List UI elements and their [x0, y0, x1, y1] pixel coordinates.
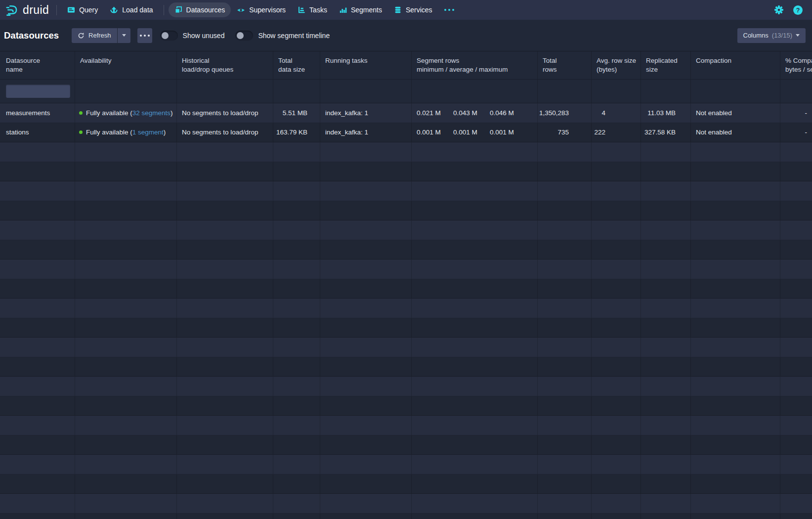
table-cell-empty: [0, 162, 75, 181]
table-cell-empty: [780, 396, 812, 416]
table-cell-empty: [320, 455, 412, 474]
compaction-cell: Not enabled: [691, 123, 780, 142]
table-cell-empty: [538, 318, 592, 338]
table-cell-empty: [177, 357, 273, 377]
table-cell-empty: [780, 475, 812, 494]
refresh-dropdown-button[interactable]: [118, 28, 130, 43]
column-header-availability[interactable]: Availability: [75, 51, 177, 79]
column-header-total-rows[interactable]: Totalrows: [538, 51, 592, 79]
table-cell-empty: [75, 396, 177, 416]
table-cell-empty: [320, 142, 412, 162]
nav-item-services[interactable]: Services: [388, 2, 438, 17]
columns-button[interactable]: Columns (13/15): [737, 28, 806, 43]
table-row-empty: [0, 299, 812, 318]
table-cell-empty: [691, 142, 780, 162]
settings-gear-icon[interactable]: [774, 5, 784, 15]
table-cell-empty: [780, 201, 812, 220]
datasources-table: Datasourcename Availability Historicallo…: [0, 51, 812, 519]
table-row-empty: [0, 396, 812, 416]
table-cell-empty: [538, 240, 592, 260]
table-cell-empty: [320, 162, 412, 181]
avg-row-size-cell: 4: [592, 103, 641, 123]
table-cell-empty: [691, 299, 780, 318]
svg-text:?: ?: [796, 6, 800, 13]
table-cell-empty: [75, 220, 177, 240]
table-cell-empty: [412, 377, 538, 396]
table-cell-empty: [780, 162, 812, 181]
column-header-datasource-name[interactable]: Datasourcename: [0, 51, 75, 79]
datasource-name-filter-input[interactable]: [6, 85, 70, 98]
nav-item-datasources[interactable]: Datasources: [169, 2, 231, 17]
show-unused-label: Show unused: [183, 32, 225, 40]
total-rows-cell: 735: [538, 123, 592, 142]
table-row-empty: [0, 201, 812, 221]
column-header-percent-compacted[interactable]: % Compabytes / se: [780, 51, 812, 79]
table-cell-empty: [320, 435, 412, 455]
help-icon[interactable]: ?: [793, 5, 803, 15]
table-cell-empty: [780, 514, 812, 519]
refresh-button[interactable]: Refresh: [72, 28, 117, 43]
load-data-icon: [110, 6, 118, 14]
table-cell-empty: [592, 494, 641, 513]
table-cell-empty: [780, 357, 812, 377]
table-cell-empty: [592, 299, 641, 318]
table-cell-empty: [691, 435, 780, 455]
table-cell-empty: [780, 142, 812, 162]
table-cell-empty: [320, 416, 412, 435]
table-cell-empty: [538, 162, 592, 181]
nav-item-segments[interactable]: Segments: [333, 2, 388, 17]
nav-item-label: Datasources: [186, 6, 225, 14]
table-cell-empty: [538, 416, 592, 435]
table-cell-empty: [0, 279, 75, 299]
table-row-empty: [0, 514, 812, 519]
column-header-replicated-size[interactable]: Replicatedsize: [641, 51, 691, 79]
table-row-empty: [0, 377, 812, 396]
table-cell-empty: [273, 514, 320, 519]
table-cell-empty: [0, 220, 75, 240]
table-cell-empty: [412, 475, 538, 494]
table-row-empty: [0, 357, 812, 377]
table-cell-empty: [412, 435, 538, 455]
column-header-segment-rows[interactable]: Segment rowsminimum / average / maximum: [412, 51, 538, 79]
table-cell-empty: [641, 260, 691, 279]
nav-item-label: Segments: [351, 6, 382, 14]
nav-item-supervisors[interactable]: Supervisors: [231, 2, 292, 17]
table-row-empty: [0, 435, 812, 455]
nav-item-tasks[interactable]: Tasks: [292, 2, 333, 17]
segments-count-link[interactable]: 32 segments: [132, 109, 171, 117]
column-header-historical-queues[interactable]: Historicalload/drop queues: [177, 51, 273, 79]
columns-count: (13/15): [772, 32, 792, 39]
segment-rows-cell: 0.021 M0.043 M0.046 M: [412, 103, 538, 123]
chevron-down-icon: [796, 34, 800, 37]
table-cell-empty: [641, 357, 691, 377]
druid-logo[interactable]: druid: [5, 3, 49, 17]
table-cell-empty: [177, 162, 273, 181]
column-header-avg-row-size[interactable]: Avg. row size(bytes): [592, 51, 641, 79]
table-cell-empty: [538, 377, 592, 396]
segments-count-link[interactable]: 1 segment: [132, 129, 164, 136]
table-cell-empty: [691, 357, 780, 377]
table-cell-empty: [691, 396, 780, 416]
column-header-total-data-size[interactable]: Totaldata size: [273, 51, 320, 79]
nav-item-query[interactable]: Query: [61, 2, 104, 17]
column-header-compaction[interactable]: Compaction: [691, 51, 780, 79]
show-segment-timeline-toggle[interactable]: [235, 31, 253, 41]
table-cell-empty: [691, 240, 780, 260]
table-cell-empty: [592, 260, 641, 279]
nav-more-button[interactable]: [438, 2, 460, 17]
table-cell-empty: [320, 494, 412, 513]
table-cell-empty: [177, 142, 273, 162]
table-cell-empty: [538, 455, 592, 474]
table-cell-empty: [75, 162, 177, 181]
table-cell-empty: [780, 181, 812, 201]
table-cell-empty: [641, 514, 691, 519]
table-cell-empty: [538, 220, 592, 240]
column-header-running-tasks[interactable]: Running tasks: [320, 51, 412, 79]
table-cell-empty: [320, 338, 412, 357]
more-actions-button[interactable]: [137, 28, 152, 43]
table-cell-empty: [75, 260, 177, 279]
nav-item-load-data[interactable]: Load data: [104, 2, 159, 17]
total-data-size-cell: 163.79 KB: [273, 123, 320, 142]
show-unused-toggle[interactable]: [160, 31, 178, 41]
table-cell-empty: [177, 181, 273, 201]
